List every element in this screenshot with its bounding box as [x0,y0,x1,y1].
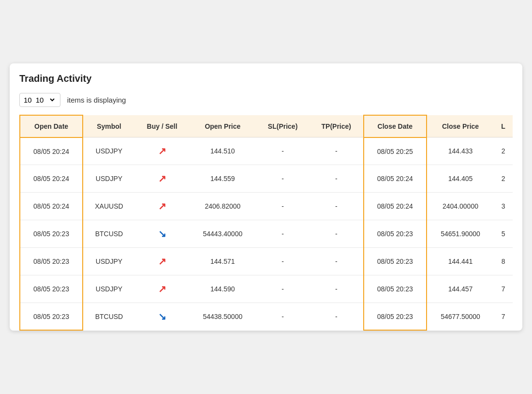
sl-price-cell: - [256,193,309,220]
trading-table: Open Date Symbol Buy / Sell Open Price S… [19,115,513,331]
table-row: 08/05 20:23 USDJPY ↗ 144.590 - - 08/05 2… [20,275,513,303]
open-price-cell: 144.571 [189,248,256,275]
extra-cell: 8 [494,248,513,275]
arrow-up-icon: ↗ [158,201,166,212]
direction-cell: ↗ [135,165,190,193]
symbol-cell: XAUUSD [83,193,135,220]
extra-cell: 2 [494,137,513,165]
table-row: 08/05 20:24 USDJPY ↗ 144.559 - - 08/05 2… [20,165,513,193]
tp-price-cell: - [310,220,364,248]
close-price-cell: 144.405 [427,165,494,193]
table-row: 08/05 20:23 BTCUSD ↘ 54438.50000 - - 08/… [20,303,513,331]
open-date-cell: 08/05 20:23 [20,248,83,275]
col-header-close-date[interactable]: Close Date [364,115,427,137]
tp-price-cell: - [310,193,364,220]
open-date-cell: 08/05 20:24 [20,137,83,165]
page-title: Trading Activity [19,73,513,84]
extra-cell: 7 [494,303,513,331]
sl-price-cell: - [256,248,309,275]
symbol-cell: USDJPY [83,165,135,193]
sl-price-cell: - [256,275,309,303]
sl-price-cell: - [256,303,309,331]
open-date-cell: 08/05 20:23 [20,220,83,248]
open-date-cell: 08/05 20:23 [20,303,83,331]
close-date-cell: 08/05 20:24 [364,193,427,220]
col-header-open-price[interactable]: Open Price [189,115,256,137]
col-header-symbol[interactable]: Symbol [83,115,135,137]
col-header-close-price[interactable]: Close Price [427,115,494,137]
table-header-row: Open Date Symbol Buy / Sell Open Price S… [20,115,513,137]
symbol-cell: USDJPY [83,248,135,275]
sl-price-cell: - [256,220,309,248]
table-row: 08/05 20:23 USDJPY ↗ 144.571 - - 08/05 2… [20,248,513,275]
items-per-page-select[interactable]: 10 25 50 100 [34,95,56,105]
direction-cell: ↗ [135,275,190,303]
col-header-buy-sell[interactable]: Buy / Sell [135,115,190,137]
table-wrapper: Open Date Symbol Buy / Sell Open Price S… [19,115,513,331]
trading-activity-card: Trading Activity 10 10 25 50 100 items i… [10,63,522,331]
symbol-cell: USDJPY [83,275,135,303]
close-date-cell: 08/05 20:23 [364,220,427,248]
col-header-sl-price[interactable]: SL(Price) [256,115,309,137]
open-date-cell: 08/05 20:24 [20,193,83,220]
tp-price-cell: - [310,137,364,165]
extra-cell: 2 [494,165,513,193]
direction-cell: ↗ [135,137,190,165]
close-date-cell: 08/05 20:25 [364,137,427,165]
open-price-cell: 144.559 [189,165,256,193]
direction-cell: ↗ [135,193,190,220]
table-row: 08/05 20:23 BTCUSD ↘ 54443.40000 - - 08/… [20,220,513,248]
symbol-cell: BTCUSD [83,220,135,248]
arrow-up-icon: ↗ [158,256,166,267]
sl-price-cell: - [256,165,309,193]
items-value: 10 [24,96,32,104]
open-price-cell: 2406.82000 [189,193,256,220]
table-body: 08/05 20:24 USDJPY ↗ 144.510 - - 08/05 2… [20,137,513,331]
col-header-open-date[interactable]: Open Date [20,115,83,137]
arrow-down-icon: ↘ [158,311,166,322]
direction-cell: ↘ [135,303,190,331]
direction-cell: ↗ [135,248,190,275]
toolbar: 10 10 25 50 100 items is displaying [19,93,513,107]
tp-price-cell: - [310,248,364,275]
close-date-cell: 08/05 20:23 [364,303,427,331]
close-price-cell: 54651.90000 [427,220,494,248]
symbol-cell: BTCUSD [83,303,135,331]
sl-price-cell: - [256,137,309,165]
arrow-up-icon: ↗ [158,173,166,184]
tp-price-cell: - [310,165,364,193]
extra-cell: 3 [494,193,513,220]
open-date-cell: 08/05 20:24 [20,165,83,193]
direction-cell: ↘ [135,220,190,248]
open-date-cell: 08/05 20:23 [20,275,83,303]
close-price-cell: 2404.00000 [427,193,494,220]
col-header-extra[interactable]: L [494,115,513,137]
arrow-up-icon: ↗ [158,284,166,294]
open-price-cell: 54443.40000 [189,220,256,248]
close-price-cell: 144.433 [427,137,494,165]
table-row: 08/05 20:24 XAUUSD ↗ 2406.82000 - - 08/0… [20,193,513,220]
close-date-cell: 08/05 20:23 [364,275,427,303]
close-date-cell: 08/05 20:23 [364,248,427,275]
open-price-cell: 144.510 [189,137,256,165]
extra-cell: 7 [494,275,513,303]
symbol-cell: USDJPY [83,137,135,165]
extra-cell: 5 [494,220,513,248]
arrow-down-icon: ↘ [158,228,166,239]
open-price-cell: 54438.50000 [189,303,256,331]
tp-price-cell: - [310,303,364,331]
close-price-cell: 54677.50000 [427,303,494,331]
tp-price-cell: - [310,275,364,303]
open-price-cell: 144.590 [189,275,256,303]
items-per-page-control[interactable]: 10 10 25 50 100 [19,93,60,107]
col-header-tp-price[interactable]: TP(Price) [310,115,364,137]
close-price-cell: 144.441 [427,248,494,275]
close-price-cell: 144.457 [427,275,494,303]
table-row: 08/05 20:24 USDJPY ↗ 144.510 - - 08/05 2… [20,137,513,165]
arrow-up-icon: ↗ [158,146,166,156]
items-label: items is displaying [67,96,126,104]
close-date-cell: 08/05 20:24 [364,165,427,193]
